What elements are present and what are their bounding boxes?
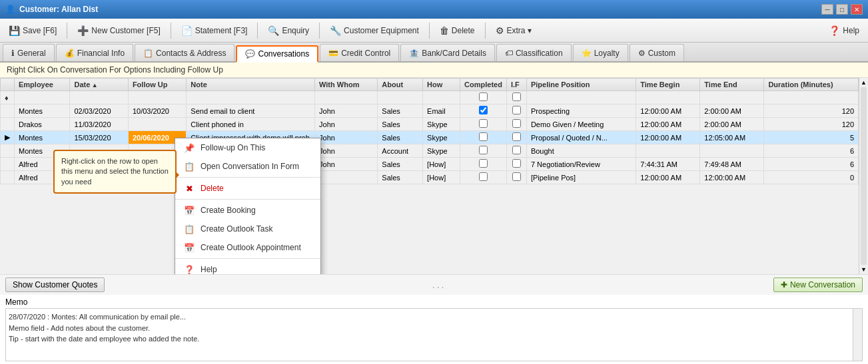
table-row[interactable]: Drakos 11/03/2020 Client phoned in John … <box>1 118 859 131</box>
tab-general[interactable]: ℹ General <box>3 44 55 61</box>
context-menu: 📌 Follow-up On This 📋 Open Conversation … <box>175 138 321 274</box>
memo-line-3: Tip - start with the date and employee w… <box>9 333 859 345</box>
row-indicator <box>1 144 15 158</box>
show-quotes-button[interactable]: Show Customer Quotes <box>5 277 105 292</box>
credit-icon: 💳 <box>328 49 338 58</box>
if-checkbox[interactable] <box>512 146 521 154</box>
col-pipeline[interactable]: Pipeline Position <box>526 79 636 91</box>
enquiry-button[interactable]: 🔍 Enquiry <box>262 23 315 39</box>
booking-icon: 📅 <box>183 204 195 216</box>
col-withwhom[interactable]: With Whom <box>315 79 378 91</box>
extra-button[interactable]: ⚙ Extra ▾ <box>490 23 538 39</box>
memo-line-1: 28/07/2020 : Montes: All communication b… <box>9 311 859 323</box>
ctx-separator <box>175 177 320 178</box>
extra-icon: ⚙ <box>496 25 504 36</box>
col-how[interactable]: How <box>423 79 460 91</box>
open-form-icon: 📋 <box>183 160 195 172</box>
bank-icon: 🏦 <box>409 49 419 58</box>
memo-area: Memo 28/07/2020 : Montes: All communicat… <box>0 295 868 364</box>
if-checkbox[interactable] <box>512 106 521 114</box>
ctx-create-task[interactable]: 📋 Create Outlook Task <box>175 220 320 238</box>
table-area: Employee Date Follow Up Note With Whom A… <box>0 78 868 274</box>
financial-icon: 💰 <box>65 49 75 58</box>
tab-financial-info[interactable]: 💰 Financial Info <box>56 44 133 61</box>
statement-button[interactable]: 📄 Statement [F3] <box>175 23 254 39</box>
memo-label: Memo <box>5 297 863 307</box>
ctx-create-appointment[interactable]: 📅 Create Outlook Appointment <box>175 238 320 257</box>
tab-classification[interactable]: 🏷 Classification <box>496 44 572 61</box>
if-checkbox[interactable] <box>512 92 521 101</box>
ctx-separator-2 <box>175 199 320 200</box>
ctx-open-form[interactable]: 📋 Open Conversation In Form <box>175 157 320 176</box>
memo-scrollbar[interactable] <box>853 309 862 361</box>
scroll-down-arrow[interactable]: ▼ <box>859 265 868 274</box>
bottom-actions: Show Customer Quotes ... ✚ New Conversat… <box>0 274 868 295</box>
help-icon: ❓ <box>829 25 840 36</box>
new-conversation-button[interactable]: ✚ New Conversation <box>773 277 863 292</box>
help-button[interactable]: ❓ Help <box>823 23 865 39</box>
table-row[interactable]: Montes 02/03/2020 10/03/2020 Send email … <box>1 104 859 118</box>
if-checkbox[interactable] <box>512 132 521 141</box>
statement-icon: 📄 <box>181 25 193 36</box>
completed-checkbox[interactable] <box>479 159 488 168</box>
col-followup[interactable]: Follow Up <box>128 79 186 91</box>
save-icon: 💾 <box>9 25 20 36</box>
delete-button[interactable]: 🗑 Delete <box>434 23 481 39</box>
enquiry-icon: 🔍 <box>268 25 279 36</box>
scroll-thumb[interactable] <box>861 87 867 265</box>
table-row[interactable]: ♦ <box>1 91 859 104</box>
close-button[interactable]: ✕ <box>851 4 863 15</box>
col-if[interactable]: I.F <box>506 79 526 91</box>
appointment-icon: 📅 <box>183 242 195 254</box>
scroll-up-arrow[interactable]: ▲ <box>859 78 868 87</box>
completed-checkbox[interactable] <box>479 106 488 114</box>
table-row[interactable]: ▶ Montes 15/03/2020 20/06/2020 Client im… <box>1 131 859 144</box>
save-button[interactable]: 💾 Save [F6] <box>3 23 63 39</box>
col-date[interactable]: Date <box>70 79 128 91</box>
col-note[interactable]: Note <box>187 79 315 91</box>
vertical-scrollbar[interactable]: ▲ ▼ <box>859 78 868 274</box>
ctx-delete[interactable]: ✖ Delete <box>175 179 320 198</box>
col-duration[interactable]: Duration (Minutes) <box>764 79 859 91</box>
classification-icon: 🏷 <box>505 49 513 58</box>
col-employee[interactable]: Employee <box>15 79 70 91</box>
dots-area: ... <box>432 279 446 290</box>
col-timeend[interactable]: Time End <box>700 79 764 91</box>
task-icon: 📋 <box>183 223 195 235</box>
col-completed[interactable]: Completed <box>460 79 507 91</box>
ctx-create-booking[interactable]: 📅 Create Booking <box>175 201 320 220</box>
completed-checkbox[interactable] <box>479 92 488 101</box>
completed-checkbox[interactable] <box>479 146 488 154</box>
completed-checkbox[interactable] <box>479 172 488 181</box>
col-timebegin[interactable]: Time Begin <box>636 79 700 91</box>
tab-bank-card[interactable]: 🏦 Bank/Card Details <box>400 44 495 61</box>
ctx-separator-3 <box>175 258 320 259</box>
delete-ctx-icon: ✖ <box>183 182 195 194</box>
col-about[interactable]: About <box>378 79 423 91</box>
tab-custom[interactable]: ⚙ Custom <box>630 44 684 61</box>
general-icon: ℹ <box>11 49 15 58</box>
row-indicator <box>1 158 15 171</box>
loyalty-icon: ⭐ <box>582 49 592 58</box>
window-title: Customer: Allan Dist <box>19 5 98 14</box>
completed-checkbox[interactable] <box>479 132 488 141</box>
completed-checkbox[interactable] <box>479 119 488 128</box>
tab-conversations[interactable]: 💬 Conversations <box>236 45 318 63</box>
row-indicator <box>1 118 15 131</box>
maximize-button[interactable]: □ <box>836 4 848 15</box>
tab-credit-control[interactable]: 💳 Credit Control <box>320 44 399 61</box>
ctx-help[interactable]: ❓ Help <box>175 260 320 274</box>
tab-loyalty[interactable]: ⭐ Loyalty <box>573 44 628 61</box>
ctx-follow-up[interactable]: 📌 Follow-up On This <box>175 138 320 157</box>
minimize-button[interactable]: ─ <box>821 4 833 15</box>
tab-contacts[interactable]: 📋 Contacts & Address <box>135 44 234 61</box>
custom-icon: ⚙ <box>638 49 646 58</box>
new-customer-button[interactable]: ➕ New Customer [F5] <box>71 23 166 39</box>
toolbar-separator-4 <box>319 23 320 39</box>
toolbar-separator-2 <box>171 23 171 39</box>
if-checkbox[interactable] <box>512 159 521 168</box>
if-checkbox[interactable] <box>512 172 521 181</box>
customer-equipment-button[interactable]: 🔧 Customer Equipment <box>324 23 425 39</box>
if-checkbox[interactable] <box>512 119 521 128</box>
toolbar-separator-6 <box>485 23 486 39</box>
